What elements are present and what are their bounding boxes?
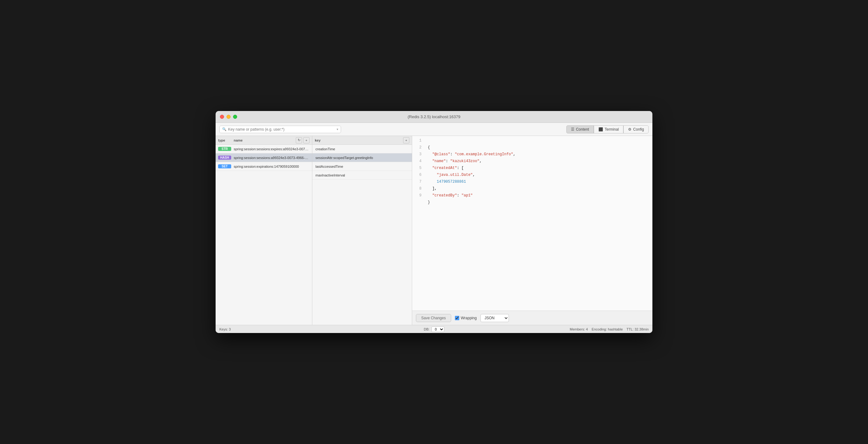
code-content: { "@class": "com.example.GreetingInfo", … bbox=[425, 136, 652, 214]
wrapping-label: Wrapping bbox=[455, 316, 477, 320]
key-name: spring:session:expirations:1479059100000 bbox=[234, 165, 299, 168]
db-select[interactable]: 0 bbox=[432, 327, 444, 332]
search-input[interactable] bbox=[228, 127, 335, 132]
type-badge-set: SET bbox=[218, 164, 231, 168]
hash-field-key: lastAccessedTime bbox=[315, 165, 343, 168]
wrapping-checkbox[interactable] bbox=[455, 316, 459, 320]
line-numbers: 1 2 3 4 5 6 7 8 9 bbox=[412, 136, 425, 214]
content-editor[interactable]: 1 2 3 4 5 6 7 8 9 { "@class": "com.examp… bbox=[412, 136, 652, 311]
content-tab-label: Content bbox=[576, 127, 589, 132]
keys-count: Keys: 3 bbox=[219, 328, 424, 331]
search-container: 🔍 ▾ bbox=[219, 126, 341, 133]
status-middle: DB: 0 bbox=[424, 327, 444, 332]
key-column-header: key bbox=[315, 138, 403, 142]
hash-header: key + bbox=[312, 136, 412, 145]
encoding-info: Encoding: hashtable bbox=[592, 328, 623, 331]
key-list-panel: type name ↻ + STR spring:session:session… bbox=[216, 136, 312, 325]
hash-field-key: sessionAttr:scopedTarget.greetingInfo bbox=[315, 156, 373, 160]
close-button[interactable] bbox=[220, 115, 224, 119]
key-row[interactable]: SET spring:session:expirations:147905910… bbox=[216, 162, 312, 171]
status-bar: Keys: 3 DB: 0 Members: 4 Encoding: hasht… bbox=[216, 325, 652, 333]
type-column-header: type bbox=[218, 138, 234, 142]
tab-config[interactable]: ⚙ Config bbox=[623, 125, 649, 133]
traffic-lights bbox=[220, 115, 237, 119]
title-bar: (Redis 3.2.5) localhost:16379 bbox=[216, 111, 652, 123]
add-key-button[interactable]: + bbox=[303, 137, 310, 143]
hash-field-key: creationTime bbox=[315, 147, 335, 151]
tab-content[interactable]: ☰ Content bbox=[566, 125, 594, 133]
minimize-button[interactable] bbox=[226, 115, 230, 119]
wrapping-text: Wrapping bbox=[461, 316, 477, 320]
chevron-down-icon: ▾ bbox=[337, 128, 338, 131]
hash-field-row[interactable]: creationTime bbox=[312, 145, 412, 153]
db-label: DB: bbox=[424, 328, 429, 331]
format-select[interactable]: JSON Plain Text Hex bbox=[480, 314, 509, 322]
content-panel: 1 2 3 4 5 6 7 8 9 { "@class": "com.examp… bbox=[412, 136, 652, 325]
maximize-button[interactable] bbox=[233, 115, 237, 119]
members-count: Members: 4 bbox=[570, 328, 588, 331]
tab-buttons: ☰ Content ⬛ Terminal ⚙ Config bbox=[566, 125, 649, 133]
key-list-header: type name ↻ + bbox=[216, 136, 312, 145]
key-row[interactable]: HASH spring:session:sessions:a99324e3-00… bbox=[216, 153, 312, 162]
config-tab-label: Config bbox=[633, 127, 644, 132]
key-name: spring:session:sessions:a99324e3-0073-49… bbox=[234, 156, 310, 160]
toolbar: 🔍 ▾ ☰ Content ⬛ Terminal ⚙ Config bbox=[216, 123, 652, 136]
hash-panel: key + creationTime sessionAttr:scopedTar… bbox=[312, 136, 412, 325]
hash-field-key: maxInactiveInterval bbox=[315, 173, 345, 177]
terminal-tab-label: Terminal bbox=[604, 127, 619, 132]
hash-rows: creationTime sessionAttr:scopedTarget.gr… bbox=[312, 145, 412, 325]
type-badge-str: STR bbox=[218, 147, 231, 151]
refresh-button[interactable]: ↻ bbox=[296, 137, 302, 143]
code-view: 1 2 3 4 5 6 7 8 9 { "@class": "com.examp… bbox=[412, 136, 652, 214]
type-badge-hash: HASH bbox=[218, 156, 231, 160]
content-tab-icon: ☰ bbox=[571, 127, 575, 132]
hash-field-row[interactable]: sessionAttr:scopedTarget.greetingInfo bbox=[312, 153, 412, 162]
search-icon: 🔍 bbox=[222, 127, 226, 131]
add-field-button[interactable]: + bbox=[403, 137, 409, 143]
hash-field-row[interactable]: lastAccessedTime bbox=[312, 162, 412, 171]
content-footer: Save Changes Wrapping JSON Plain Text He… bbox=[412, 311, 652, 325]
ttl-info: TTL: 32.38min bbox=[626, 328, 649, 331]
terminal-tab-icon: ⬛ bbox=[598, 127, 603, 132]
tab-terminal[interactable]: ⬛ Terminal bbox=[594, 125, 623, 133]
status-info: Members: 4 Encoding: hashtable TTL: 32.3… bbox=[444, 328, 649, 331]
hash-field-row[interactable]: maxInactiveInterval bbox=[312, 171, 412, 180]
save-changes-button[interactable]: Save Changes bbox=[416, 314, 451, 322]
key-list-actions: ↻ + bbox=[296, 137, 310, 143]
config-tab-icon: ⚙ bbox=[628, 127, 631, 132]
key-name: spring:session:sessions:expires:a99324e3… bbox=[234, 147, 310, 151]
key-row[interactable]: STR spring:session:sessions:expires:a993… bbox=[216, 145, 312, 153]
window-title: (Redis 3.2.5) localhost:16379 bbox=[407, 114, 460, 119]
app-window: (Redis 3.2.5) localhost:16379 🔍 ▾ ☰ Cont… bbox=[216, 111, 652, 333]
name-column-header: name bbox=[234, 138, 296, 142]
key-list-rows: STR spring:session:sessions:expires:a993… bbox=[216, 145, 312, 325]
main-content: type name ↻ + STR spring:session:session… bbox=[216, 136, 652, 325]
